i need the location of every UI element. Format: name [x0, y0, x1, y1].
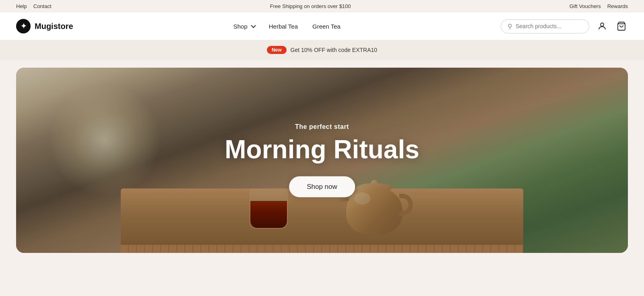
logo[interactable]: ✦ Mugistore [16, 19, 73, 33]
cart-icon [617, 21, 626, 31]
rewards-link[interactable]: Rewards [607, 3, 628, 9]
shop-now-button[interactable]: Shop now [289, 176, 355, 197]
nav-links: Shop Herbal Tea Green Tea [73, 23, 501, 30]
search-box[interactable]: ⚲ [501, 19, 589, 33]
promo-banner: New Get 10% OFF with code EXTRA10 [0, 40, 644, 60]
contact-link[interactable]: Contact [33, 3, 52, 9]
hero-section: The perfect start Morning Rituals Shop n… [16, 68, 628, 253]
nav-right: ⚲ [501, 19, 628, 33]
free-shipping-notice: Free Shipping on orders over $100 [270, 3, 351, 9]
hero-content: The perfect start Morning Rituals Shop n… [225, 123, 419, 197]
account-button[interactable] [596, 20, 609, 33]
utility-bar-left: Help Contact [16, 3, 52, 9]
logo-text: Mugistore [35, 22, 73, 31]
hero-subtitle: The perfect start [225, 123, 419, 130]
utility-bar: Help Contact Free Shipping on orders ove… [0, 0, 644, 12]
hero-title: Morning Rituals [225, 135, 419, 164]
svg-point-0 [601, 23, 604, 26]
nav-green-tea-link[interactable]: Green Tea [312, 23, 341, 30]
utility-bar-right: Gift Vouchers Rewards [570, 3, 628, 9]
search-icon: ⚲ [508, 23, 512, 30]
logo-icon: ✦ [16, 19, 31, 33]
help-link[interactable]: Help [16, 3, 27, 9]
nav-shop-link[interactable]: Shop [233, 23, 254, 30]
gift-vouchers-link[interactable]: Gift Vouchers [570, 3, 601, 9]
main-nav: ✦ Mugistore Shop Herbal Tea Green Tea ⚲ [0, 12, 644, 40]
account-icon [597, 21, 607, 31]
new-badge: New [267, 46, 287, 54]
cart-button[interactable] [615, 20, 628, 33]
search-input[interactable] [516, 23, 582, 29]
promo-text: Get 10% OFF with code EXTRA10 [291, 47, 378, 53]
nav-herbal-tea-link[interactable]: Herbal Tea [269, 23, 298, 30]
